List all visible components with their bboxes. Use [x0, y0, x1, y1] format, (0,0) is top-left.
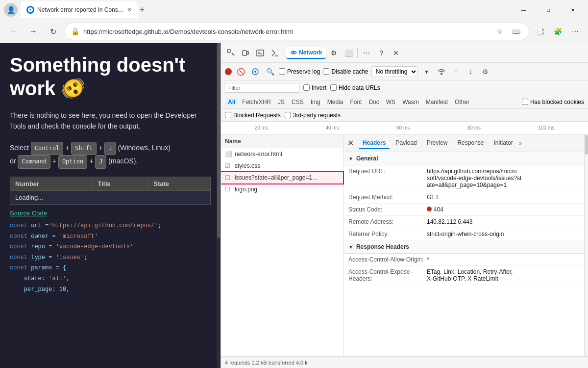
disable-cache-checkbox[interactable]	[323, 68, 329, 75]
tab-network[interactable]: Network	[286, 47, 326, 59]
sources-icon-button[interactable]	[268, 46, 282, 60]
webpage-scrollbar[interactable]	[217, 43, 220, 368]
mark-80: 80 ms	[467, 125, 481, 131]
back-button[interactable]: ←	[6, 24, 22, 39]
list-item[interactable]: ☑ styles.css	[221, 160, 343, 172]
settings-gear-button[interactable]: ⚙	[327, 46, 341, 60]
settings-button[interactable]: ⋯	[568, 25, 582, 38]
headers-content[interactable]: General Request URL: https://api.github.…	[343, 152, 584, 356]
j2-key: J	[95, 155, 106, 169]
list-item[interactable]: ⬜ network-error.html	[221, 148, 343, 160]
filter-media[interactable]: Media	[324, 98, 346, 106]
new-tab-button[interactable]: +	[140, 5, 145, 15]
profile-icon[interactable]: 👤	[4, 3, 18, 17]
filter-input[interactable]	[225, 83, 299, 93]
preserve-log-checkbox[interactable]	[279, 68, 285, 75]
has-blocked-cookies-checkbox[interactable]	[522, 99, 528, 105]
source-code-link[interactable]: Source Code	[10, 210, 211, 217]
list-item-selected[interactable]: ☐ issues?state=all&per_page=1...	[221, 172, 343, 184]
upload-icon-button[interactable]: ↑	[450, 66, 462, 78]
read-button[interactable]: 📖	[509, 25, 523, 38]
general-section-header[interactable]: General	[343, 152, 584, 165]
console-icon-button[interactable]	[253, 46, 267, 60]
ctrl-key: Control	[31, 142, 64, 156]
network-settings-button[interactable]: ⚙	[480, 66, 491, 78]
request-url-row: Request URL: https://api.github.com/repo…	[343, 165, 584, 191]
tab-initiator[interactable]: Initiator	[490, 137, 516, 149]
reload-button[interactable]: ↻	[45, 24, 61, 39]
close-devtools-button[interactable]: ✕	[389, 46, 403, 60]
tab-response[interactable]: Response	[453, 137, 488, 149]
search-button[interactable]: 🔍	[264, 66, 276, 78]
blocked-requests-checkbox[interactable]	[225, 112, 231, 118]
filter-font[interactable]: Font	[347, 98, 365, 106]
filter-fetch-xhr[interactable]: Fetch/XHR	[239, 98, 274, 106]
throttle-select[interactable]: No throttling	[371, 66, 418, 77]
status-dot	[427, 207, 432, 211]
col-title: Title	[93, 177, 148, 190]
or-label: or	[10, 157, 16, 165]
tab-title: Network error reported in Cons…	[37, 6, 124, 13]
collections-button[interactable]: 📑	[533, 25, 547, 38]
panel-scrollbar[interactable]	[584, 134, 588, 356]
filter-other[interactable]: Other	[452, 98, 472, 106]
record-button[interactable]	[225, 68, 232, 75]
filter-img[interactable]: Img	[308, 98, 323, 106]
device-emulation-button[interactable]	[239, 46, 252, 60]
list-item[interactable]: ☐ logo.png	[221, 184, 343, 195]
tab-payload[interactable]: Payload	[392, 137, 420, 149]
tab-close-button[interactable]: ✕	[127, 6, 132, 13]
request-file-icon: ☐	[225, 174, 232, 181]
page-heading: Something doesn't work 🫨	[10, 53, 211, 100]
third-party-checkbox[interactable]	[285, 112, 291, 118]
inspect-element-button[interactable]	[224, 46, 238, 60]
throttle-dropdown-button[interactable]: ▾	[421, 66, 433, 78]
filter-wasm[interactable]: Wasm	[399, 98, 422, 106]
active-tab[interactable]: Network error reported in Cons… ✕	[21, 1, 138, 18]
help-button[interactable]: ?	[374, 46, 388, 60]
filter-css[interactable]: CSS	[289, 98, 307, 106]
network-content: Name ⬜ network-error.html ☑ styles.css ☐…	[221, 134, 588, 356]
referrer-policy-row: Referrer Policy: strict-origin-when-cros…	[343, 228, 584, 240]
extensions-button[interactable]: 🧩	[551, 25, 564, 38]
download-icon-button[interactable]: ↓	[465, 66, 477, 78]
wifi-icon-button[interactable]	[436, 66, 447, 78]
filter-ws[interactable]: WS	[383, 98, 398, 106]
timeline-bar: 20 ms 40 ms 60 ms 80 ms 100 ms	[221, 122, 588, 134]
tab-preview[interactable]: Preview	[423, 137, 452, 149]
tab-headers[interactable]: Headers	[359, 137, 390, 149]
maximize-button[interactable]: □	[537, 2, 560, 18]
hide-data-urls-checkbox[interactable]	[330, 84, 337, 91]
address-bar: ← → ↻ 🔒 https://microsoftedge.github.io/…	[0, 20, 588, 43]
webpage-panel: Something doesn't work 🫨 There is nothin…	[0, 43, 220, 368]
forward-button[interactable]: →	[25, 24, 41, 39]
minimize-button[interactable]: —	[513, 2, 535, 18]
scrollbar-thumb	[585, 135, 588, 155]
status-code-value: 404	[427, 206, 443, 213]
close-panel-button[interactable]: ✕	[347, 138, 354, 148]
response-headers-section-header[interactable]: Response Headers	[343, 240, 584, 254]
type-filter-bar: All Fetch/XHR JS CSS Img Media Font Doc …	[221, 95, 588, 109]
screenshot-button[interactable]: ⬜	[342, 46, 355, 60]
remote-address-label: Remote Address:	[348, 218, 427, 225]
close-button[interactable]: ✕	[562, 2, 584, 18]
invert-label: Invert	[303, 84, 326, 91]
clear-button[interactable]: 🚫	[235, 66, 246, 78]
filter-all[interactable]: All	[225, 98, 238, 106]
filter-js[interactable]: JS	[275, 98, 288, 106]
more-tools-button[interactable]: ⋯	[360, 46, 373, 60]
svg-point-9	[254, 71, 256, 73]
file-name-4: logo.png	[235, 186, 257, 193]
filter-doc[interactable]: Doc	[366, 98, 382, 106]
more-tabs-button[interactable]: »	[519, 140, 522, 147]
status-code-row: Status Code: 404	[343, 204, 584, 216]
request-method-row: Request Method: GET	[343, 191, 584, 204]
filter-toggle-button[interactable]	[249, 66, 261, 78]
acao-value: *	[427, 256, 429, 263]
invert-checkbox[interactable]	[303, 84, 310, 91]
star-button[interactable]: ☆	[492, 25, 506, 38]
select-label: Select	[10, 144, 29, 152]
timeline-marks: 20 ms 40 ms 60 ms 80 ms 100 ms	[226, 125, 583, 131]
url-bar[interactable]: 🔒 https://microsoftedge.github.io/Demos/…	[65, 23, 529, 40]
filter-manifest[interactable]: Manifest	[423, 98, 451, 106]
